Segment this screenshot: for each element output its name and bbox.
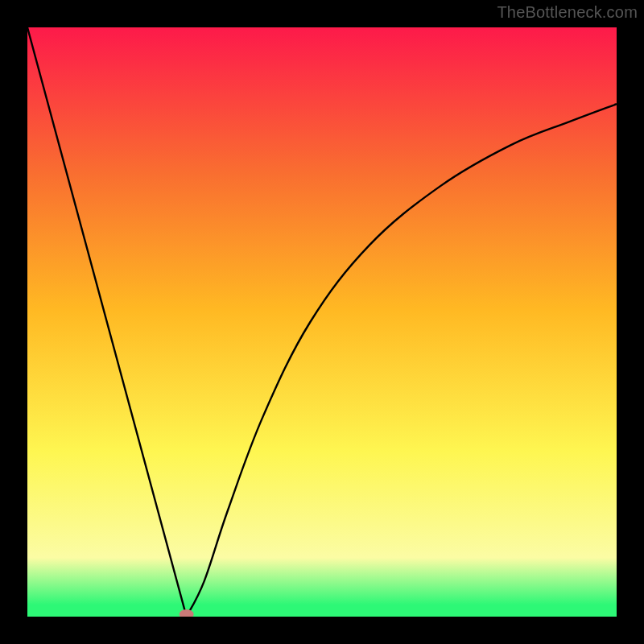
- plot-area: [27, 27, 617, 617]
- gradient-background: [27, 27, 617, 617]
- plot-svg: [27, 27, 617, 617]
- watermark-text: TheBottleneck.com: [497, 3, 638, 22]
- chart-frame: TheBottleneck.com: [0, 0, 644, 644]
